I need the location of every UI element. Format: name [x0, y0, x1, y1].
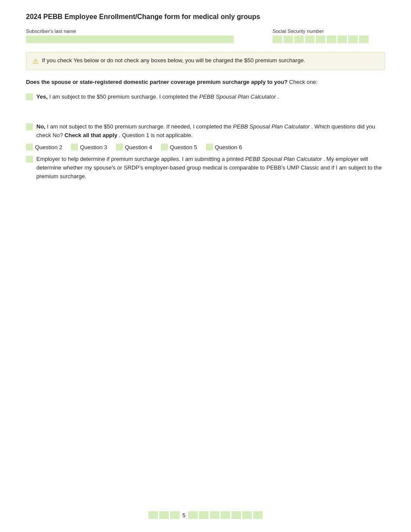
ssn-box-6[interactable] [327, 35, 336, 43]
ssn-box-7[interactable] [337, 35, 347, 43]
question-6-label: Question 6 [215, 144, 242, 151]
sub-question-5: Question 5 [161, 144, 197, 151]
no-checkbox[interactable] [26, 123, 33, 130]
no-text-3: . Question 1 is not applicable. [119, 132, 193, 138]
yes-calculator-name: PEBB Spousal Plan Calculator [199, 93, 276, 100]
ssn-box-5[interactable] [316, 35, 325, 43]
employer-checkbox[interactable] [26, 156, 33, 163]
question-4-label: Question 4 [125, 144, 152, 151]
no-text-1: I am not subject to the $50 premium surc… [47, 123, 233, 130]
question-6-checkbox[interactable] [206, 144, 213, 151]
ssn-boxes [273, 35, 385, 43]
footer-box-4 [188, 511, 198, 519]
question-3-checkbox[interactable] [71, 144, 78, 151]
footer-box-1 [148, 511, 158, 519]
no-calculator-name: PEBB Spousal Plan Calculator [233, 123, 310, 130]
employer-text-1: Employer to help determine if premium su… [36, 156, 245, 162]
ssn-group: Social Security number [273, 29, 385, 43]
sub-questions-row: Question 2 Question 3 Question 4 Questio… [26, 144, 385, 151]
sub-question-3: Question 3 [71, 144, 107, 151]
question-2-checkbox[interactable] [26, 144, 33, 151]
footer-box-5 [199, 511, 209, 519]
question-2-label: Question 2 [35, 144, 62, 151]
yes-option-text: Yes, I am subject to the $50 premium sur… [36, 93, 385, 101]
alert-text: If you check Yes below or do not check a… [42, 57, 305, 64]
sub-question-4: Question 4 [116, 144, 152, 151]
no-check-all: Check all that apply [64, 132, 117, 138]
subscriber-last-name-group: Subscriber's last name [26, 29, 255, 43]
page-footer: 5 [0, 511, 411, 519]
sub-question-6: Question 6 [206, 144, 242, 151]
employer-calculator-name: PEBB Spousal Plan Calculator [245, 156, 322, 162]
no-section: No, I am not subject to the $50 premium … [26, 122, 385, 151]
yes-label: Yes, [36, 93, 48, 100]
page-title: 2024 PEBB Employee Enrollment/Change for… [26, 13, 385, 21]
sub-question-2: Question 2 [26, 144, 62, 151]
question-5-checkbox[interactable] [161, 144, 168, 151]
no-option-text: No, I am not subject to the $50 premium … [36, 122, 385, 139]
warning-icon: ⚠ [32, 57, 39, 65]
question-4-checkbox[interactable] [116, 144, 123, 151]
yes-checkbox[interactable] [26, 93, 33, 100]
question-check-one: Check one: [289, 79, 318, 85]
footer-box-7 [221, 511, 230, 519]
footer-box-9 [242, 511, 252, 519]
ssn-box-3[interactable] [294, 35, 304, 43]
footer-box-3 [170, 511, 180, 519]
ssn-label: Social Security number [273, 29, 385, 34]
alert-box: ⚠ If you check Yes below or do not check… [26, 52, 385, 70]
employer-text: Employer to help determine if premium su… [36, 155, 385, 181]
yes-option-row: Yes, I am subject to the $50 premium sur… [26, 93, 385, 101]
ssn-box-2[interactable] [283, 35, 293, 43]
footer-box-2 [159, 511, 169, 519]
no-label: No, [36, 123, 45, 130]
footer-box-8 [231, 511, 241, 519]
question-heading: Does the spouse or state-registered dome… [26, 78, 385, 87]
question-5-label: Question 5 [170, 144, 197, 151]
ssn-box-9[interactable] [359, 35, 369, 43]
yes-text-end: . [277, 93, 279, 100]
employer-row: Employer to help determine if premium su… [26, 155, 385, 181]
question-3-label: Question 3 [80, 144, 107, 151]
question-heading-bold: Does the spouse or state-registered dome… [26, 79, 288, 85]
ssn-box-4[interactable] [305, 35, 315, 43]
ssn-box-1[interactable] [273, 35, 282, 43]
footer-box-6 [210, 511, 219, 519]
footer-box-10 [253, 511, 263, 519]
page-number: 5 [181, 512, 186, 519]
subscriber-last-name-input[interactable] [26, 35, 234, 43]
ssn-box-8[interactable] [348, 35, 358, 43]
no-option-row: No, I am not subject to the $50 premium … [26, 122, 385, 139]
subscriber-last-name-label: Subscriber's last name [26, 29, 255, 34]
yes-text-1: I am subject to the $50 premium surcharg… [49, 93, 199, 100]
